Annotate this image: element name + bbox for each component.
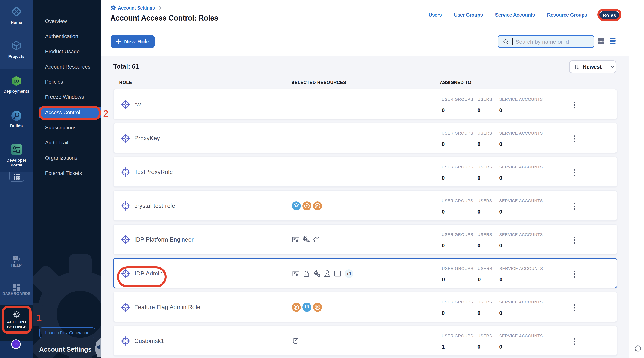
svg-text:?: ? [14,256,16,260]
